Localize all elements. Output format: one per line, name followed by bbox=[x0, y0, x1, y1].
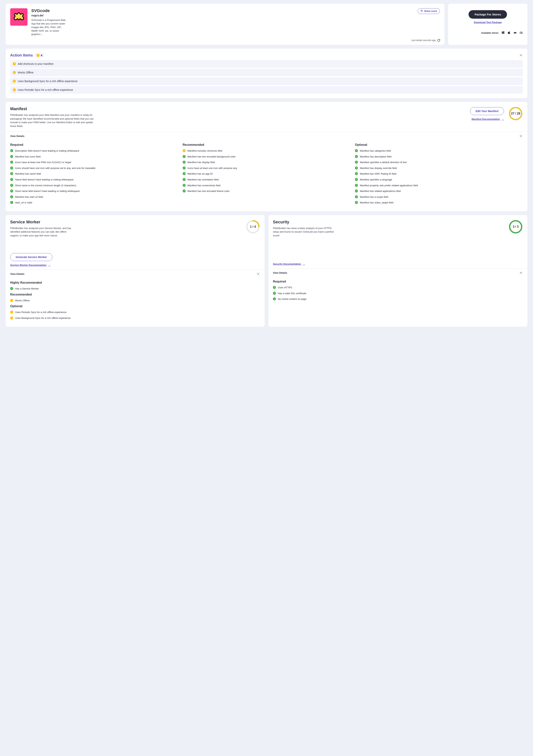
action-item[interactable]: !Uses Periodic Sync for a rich offline e… bbox=[10, 86, 523, 94]
action-item[interactable]: !Uses Background Sync for a rich offline… bbox=[10, 77, 523, 85]
svg-rect-1 bbox=[421, 10, 423, 12]
check-item: ✓Short name field doesn't have leading o… bbox=[10, 189, 178, 193]
warning-icon: ! bbox=[182, 149, 186, 152]
generate-service-worker-button[interactable]: Generate Service Worker bbox=[10, 253, 52, 261]
service-worker-documentation-link[interactable]: Service Worker Documentation→ bbox=[10, 264, 260, 266]
action-items-title: Action Items ! 4 bbox=[10, 53, 44, 57]
manifest-title: Manifest bbox=[10, 106, 95, 111]
action-item[interactable]: !Works Offline bbox=[10, 69, 523, 76]
check-icon: ✓ bbox=[355, 161, 358, 164]
check-item: ✓Icons have at least one PNG icon 512x51… bbox=[10, 161, 178, 164]
check-item: ✓Manifest has a scope field bbox=[355, 195, 523, 199]
check-icon: ✓ bbox=[10, 195, 13, 198]
check-icon: ✓ bbox=[10, 178, 13, 181]
manifest-card: Manifest PWABuilder has analyzed your We… bbox=[6, 102, 527, 211]
warning-icon: ! bbox=[37, 54, 40, 57]
check-icon: ✓ bbox=[273, 297, 276, 300]
app-url: svgco.de/ bbox=[31, 14, 414, 17]
security-score-ring: 3 / 3 bbox=[509, 220, 523, 234]
security-details-bar[interactable]: View Details ▼ bbox=[268, 268, 527, 277]
check-item: ✓start_url is valid bbox=[10, 201, 178, 204]
warning-icon: ! bbox=[10, 299, 13, 302]
chevron-down-icon: ▼ bbox=[520, 272, 522, 274]
meta-icon bbox=[519, 31, 523, 35]
check-item: ✓Uses HTTPS bbox=[273, 286, 523, 289]
check-item: ✓Manifest has IARC Rating ID field bbox=[355, 172, 523, 176]
collapse-button[interactable]: ▼ bbox=[256, 272, 260, 276]
android-icon bbox=[513, 31, 517, 35]
check-icon: ✓ bbox=[355, 172, 358, 175]
manifest-details-bar[interactable]: View Details ▼ bbox=[6, 132, 527, 140]
check-item: ✓Description field doesn't have leading … bbox=[10, 149, 178, 152]
check-item: ✓Manifest has icons field bbox=[10, 155, 178, 158]
chevron-down-icon: ▼ bbox=[520, 135, 522, 137]
package-card: Package For Stores Download Test Package… bbox=[448, 4, 527, 45]
check-item: !Works Offline bbox=[10, 299, 260, 302]
check-item: ✓Manifest has name field bbox=[10, 172, 178, 176]
check-item: ✓Manifest has hex encoded background col… bbox=[182, 155, 351, 158]
last-tested: Last tested seconds ago bbox=[411, 39, 440, 42]
check-item: ✓Manifest has display override field bbox=[355, 167, 523, 170]
download-test-package-link[interactable]: Download Test Package bbox=[474, 21, 502, 24]
action-item[interactable]: !Add shortcuts to your manifest bbox=[10, 60, 523, 68]
check-item: ✓Manifest has orientation field bbox=[182, 178, 351, 181]
warning-icon: ! bbox=[13, 62, 16, 65]
check-item: ✓Icons have at least one icon with purpo… bbox=[182, 167, 351, 170]
package-for-stores-button[interactable]: Package For Stores bbox=[468, 10, 507, 19]
check-item: ✓Has a Service Worker bbox=[10, 287, 260, 290]
check-item: !Uses Background Sync for a rich offline… bbox=[10, 316, 260, 320]
app-description: SVGcode is a Progressive Web App that le… bbox=[31, 18, 69, 36]
service-worker-card: Service Worker PWABuilder has analyzed y… bbox=[6, 215, 265, 327]
action-items-count-badge: ! 4 bbox=[35, 53, 44, 57]
check-item: ✓Icons should have one icon with purpose… bbox=[10, 167, 178, 170]
collapse-button[interactable]: ▼ bbox=[519, 134, 523, 138]
check-icon: ✓ bbox=[273, 286, 276, 289]
app-icon bbox=[10, 8, 28, 26]
check-item: ✓No mixed content on page bbox=[273, 297, 523, 301]
check-icon: ✓ bbox=[273, 292, 276, 295]
check-item: ✓Short name is the correct minimum lengt… bbox=[10, 184, 178, 187]
refresh-icon[interactable] bbox=[437, 39, 440, 42]
manifest-documentation-link[interactable]: Manifest Documentation → bbox=[471, 118, 504, 121]
chevron-down-icon: ▼ bbox=[520, 54, 522, 56]
check-item: ✓Manifest has related applications field bbox=[355, 189, 523, 193]
check-item: ✓Manifest has display field bbox=[182, 161, 351, 164]
group-title: Required bbox=[273, 280, 523, 283]
check-icon: ✓ bbox=[10, 155, 13, 158]
share-score-button[interactable]: Share score bbox=[418, 8, 440, 14]
edit-manifest-button[interactable]: Edit Your Manifest bbox=[470, 107, 504, 115]
collapse-button[interactable]: ▼ bbox=[519, 271, 523, 275]
windows-icon bbox=[501, 31, 505, 35]
security-documentation-link[interactable]: Security Documentation→ bbox=[273, 262, 523, 265]
check-icon: ✓ bbox=[182, 161, 186, 164]
warning-icon: ! bbox=[13, 71, 16, 74]
check-item: ✓Name field doesn't have leading or trai… bbox=[10, 178, 178, 181]
check-icon: ✓ bbox=[10, 184, 13, 187]
check-item: ✓Manifest specifies a default direction … bbox=[355, 161, 523, 164]
check-item: ✓Manifest properly sets prefer related a… bbox=[355, 184, 523, 187]
app-title: SVGcode bbox=[31, 8, 414, 13]
check-icon: ✓ bbox=[10, 287, 13, 290]
check-item: ✓Manifest has description field bbox=[355, 155, 523, 158]
available-stores-label: Available stores: bbox=[481, 32, 499, 34]
collapse-button[interactable]: ▼ bbox=[519, 53, 523, 57]
check-icon: ✓ bbox=[10, 189, 13, 193]
manifest-description: PWABuilder has analyzed your Web Manifes… bbox=[10, 113, 95, 128]
security-title: Security bbox=[273, 220, 337, 225]
check-item: !Manifest includes shortcuts field bbox=[182, 149, 351, 152]
check-icon: ✓ bbox=[10, 161, 13, 164]
warning-icon: ! bbox=[10, 310, 13, 313]
check-icon: ✓ bbox=[182, 189, 186, 193]
arrow-right-icon: → bbox=[303, 262, 305, 265]
check-item: ✓Manifest has share_target field bbox=[355, 201, 523, 204]
check-icon: ✓ bbox=[182, 167, 186, 170]
check-item: !Uses Periodic Sync for a rich offline e… bbox=[10, 310, 260, 314]
service-worker-details-bar[interactable]: View Details ▼ bbox=[6, 270, 265, 278]
security-description: PWABuilder has done a basic analysis of … bbox=[273, 227, 337, 237]
optional-column-title: Optional bbox=[355, 143, 523, 147]
check-item: ✓Manifest has start url field bbox=[10, 195, 178, 199]
check-icon: ✓ bbox=[355, 155, 358, 158]
check-icon: ✓ bbox=[355, 149, 358, 152]
required-column-title: Required bbox=[10, 143, 178, 147]
check-item: ✓Manifest has an app ID bbox=[182, 172, 351, 176]
